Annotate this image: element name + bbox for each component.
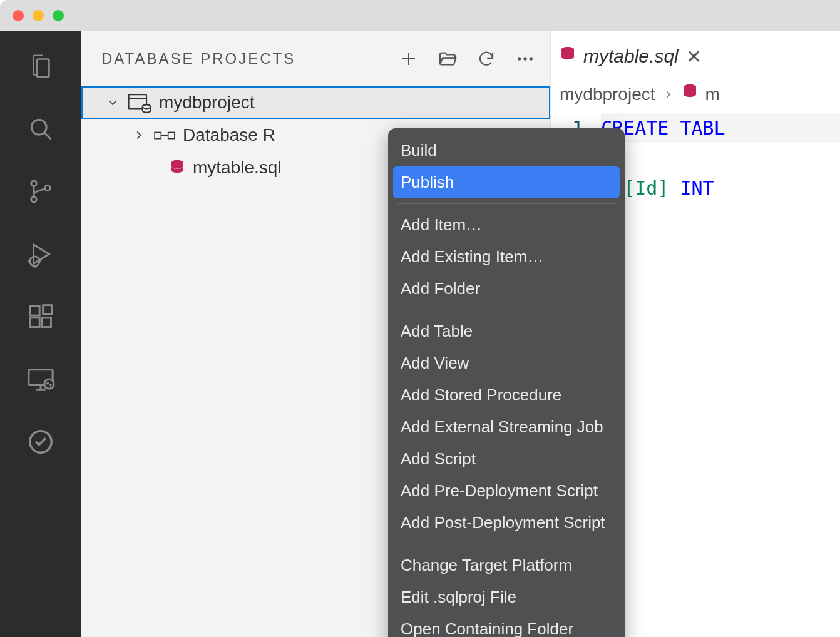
window-close[interactable]	[13, 10, 24, 21]
svg-point-22	[530, 57, 533, 60]
context-menu: BuildPublishAdd Item…Add Existing Item…A…	[388, 128, 625, 637]
context-menu-item[interactable]: Add Script	[388, 443, 625, 475]
svg-point-0	[31, 120, 46, 135]
chevron-right-icon	[663, 84, 674, 104]
svg-point-31	[171, 160, 183, 165]
chevron-down-icon[interactable]	[105, 96, 120, 110]
tree-project-label: mydbproject	[159, 93, 255, 113]
tree-project-root[interactable]: mydbproject	[81, 86, 550, 119]
token-id: [Id]	[623, 177, 668, 199]
breadcrumb[interactable]: mydbproject m	[551, 81, 840, 113]
activity-bar	[0, 31, 81, 637]
context-menu-item[interactable]: Build	[388, 135, 625, 166]
tree-folder-label: Database R	[183, 125, 275, 145]
code-line: [Id] INT	[601, 173, 840, 203]
source-control-icon[interactable]	[24, 175, 57, 208]
open-folder-icon[interactable]	[438, 49, 458, 69]
tree-file-label: mytable.sql	[193, 158, 282, 178]
code-line: CREATE TABL	[601, 113, 840, 143]
svg-rect-9	[31, 307, 40, 316]
svg-point-4	[45, 185, 50, 190]
context-menu-item[interactable]: Add External Streaming Job	[388, 411, 625, 443]
context-menu-item[interactable]: Add View	[388, 347, 625, 379]
svg-rect-28	[168, 132, 175, 138]
svg-rect-27	[155, 132, 161, 138]
breadcrumb-project[interactable]: mydbproject	[560, 84, 655, 104]
svg-rect-11	[42, 318, 51, 327]
code-line: )	[601, 203, 840, 233]
code-line	[601, 233, 840, 263]
close-icon[interactable]: ✕	[686, 46, 702, 68]
svg-point-35	[684, 84, 696, 89]
explorer-icon[interactable]	[24, 50, 57, 83]
new-project-icon[interactable]	[399, 49, 419, 69]
editor-tab-label: mytable.sql	[583, 46, 679, 67]
database-icon	[169, 160, 185, 176]
database-icon	[560, 46, 576, 67]
sidebar-header: DATABASE PROJECTS	[81, 31, 550, 86]
tree-guide	[188, 156, 188, 235]
context-menu-item[interactable]: Edit .sqlproj File	[388, 581, 625, 613]
refresh-icon[interactable]	[476, 49, 496, 69]
context-menu-item[interactable]: Add Item…	[388, 209, 625, 241]
reference-icon	[154, 128, 175, 142]
sidebar-title: DATABASE PROJECTS	[101, 50, 295, 68]
database-icon	[682, 84, 698, 104]
menu-divider	[397, 544, 616, 544]
editor-tab[interactable]: mytable.sql ✕	[560, 46, 702, 68]
token-keyword: TABL	[680, 117, 725, 139]
remote-explorer-icon[interactable]	[24, 363, 57, 395]
run-debug-icon[interactable]	[24, 238, 57, 270]
extensions-icon[interactable]	[24, 300, 57, 333]
code-line: (	[601, 143, 840, 173]
more-icon[interactable]	[515, 49, 535, 69]
svg-point-2	[31, 181, 36, 186]
context-menu-item[interactable]: Add Existing Item…	[388, 241, 625, 273]
editor-tabs: mytable.sql ✕	[551, 31, 840, 81]
svg-point-16	[44, 379, 54, 389]
token-type: INT	[680, 177, 714, 199]
chevron-right-icon[interactable]	[131, 128, 146, 142]
context-menu-item[interactable]: Add Stored Procedure	[388, 379, 625, 411]
svg-line-1	[44, 133, 51, 139]
svg-point-33	[561, 47, 574, 52]
project-icon	[128, 92, 151, 113]
titlebar	[0, 0, 840, 31]
svg-rect-10	[31, 318, 40, 327]
context-menu-item[interactable]: Publish	[393, 166, 620, 198]
window-minimize[interactable]	[33, 10, 44, 21]
context-menu-item[interactable]: Change Target Platform	[388, 549, 625, 581]
svg-point-3	[31, 197, 36, 202]
context-menu-item[interactable]: Add Pre-Deployment Script	[388, 475, 625, 507]
breadcrumb-file[interactable]: m	[705, 84, 720, 104]
context-menu-item[interactable]: Add Folder	[388, 273, 625, 305]
context-menu-item[interactable]: Add Post-Deployment Script	[388, 507, 625, 539]
context-menu-item[interactable]: Open Containing Folder	[388, 613, 625, 637]
svg-rect-12	[43, 305, 53, 315]
window-maximize[interactable]	[53, 10, 64, 21]
sidebar: DATABASE PROJECTS	[81, 31, 551, 637]
menu-divider	[397, 310, 616, 310]
svg-point-21	[523, 57, 526, 60]
context-menu-item[interactable]: Add Table	[388, 315, 625, 347]
menu-divider	[397, 203, 616, 204]
code-area[interactable]: CREATE TABL ( [Id] INT )	[601, 113, 840, 263]
svg-point-20	[518, 57, 521, 60]
database-projects-icon[interactable]	[24, 426, 57, 458]
search-icon[interactable]	[24, 113, 57, 145]
